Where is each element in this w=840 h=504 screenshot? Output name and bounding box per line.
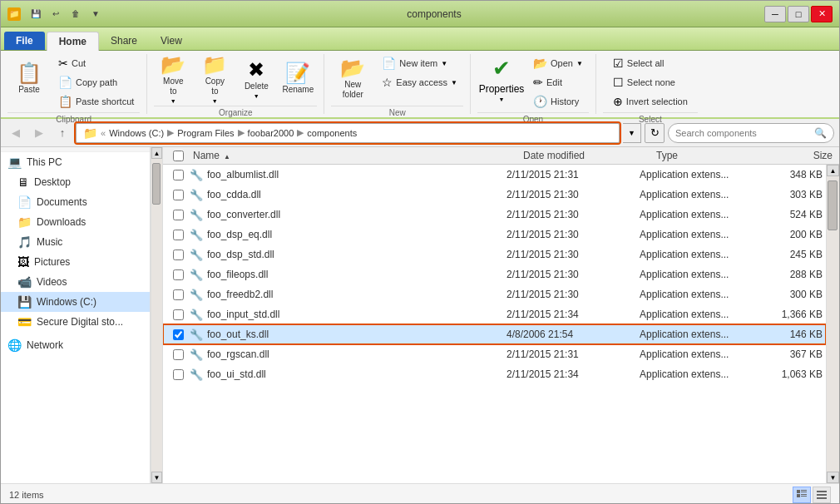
search-input[interactable] xyxy=(675,128,811,138)
file-checkbox[interactable] xyxy=(173,269,184,280)
file-checkbox[interactable] xyxy=(173,349,184,360)
cut-icon: ✂ xyxy=(58,57,68,70)
edit-button[interactable]: ✏ Edit xyxy=(527,73,589,91)
row-checkbox[interactable] xyxy=(166,210,190,220)
file-scroll-thumb[interactable] xyxy=(828,180,838,230)
row-checkbox[interactable] xyxy=(166,329,190,340)
table-row[interactable]: 🔧 foo_albumlist.dll 2/11/2015 21:31 Appl… xyxy=(163,165,826,185)
new-folder-button[interactable]: 📂 Newfolder xyxy=(331,54,374,104)
file-checkbox[interactable] xyxy=(173,309,184,320)
row-checkbox[interactable] xyxy=(166,349,190,360)
paste-shortcut-button[interactable]: 📋 Paste shortcut xyxy=(52,92,140,111)
file-checkbox[interactable] xyxy=(173,369,184,380)
table-row[interactable]: 🔧 foo_dsp_std.dll 2/11/2015 21:30 Applic… xyxy=(163,245,826,264)
up-button[interactable]: ↑ xyxy=(52,123,72,143)
minimize-button[interactable]: ─ xyxy=(764,6,786,22)
sidebar-scroll-down[interactable]: ▼ xyxy=(151,472,162,483)
file-scroll-down-btn[interactable]: ▼ xyxy=(827,472,839,483)
select-all-checkbox[interactable] xyxy=(173,151,184,161)
view-list-button[interactable] xyxy=(813,487,831,503)
file-checkbox[interactable] xyxy=(173,170,184,180)
back-button[interactable]: ◀ xyxy=(6,123,26,143)
cut-button[interactable]: ✂ Cut xyxy=(52,54,140,72)
search-box[interactable]: 🔍 xyxy=(668,123,834,143)
close-button[interactable]: ✕ xyxy=(811,6,833,22)
file-checkbox[interactable] xyxy=(173,289,184,300)
table-row[interactable]: 🔧 foo_ui_std.dll 2/11/2015 21:34 Applica… xyxy=(163,364,826,384)
qa-dropdown-btn[interactable]: ▼ xyxy=(87,7,104,22)
row-checkbox[interactable] xyxy=(166,369,190,380)
view-details-button[interactable] xyxy=(793,487,811,503)
header-type[interactable]: Type xyxy=(653,150,769,161)
qa-redo-btn[interactable]: 🗑 xyxy=(67,7,84,22)
header-date[interactable]: Date modified xyxy=(520,150,653,161)
easy-access-button[interactable]: ☆ Easy access ▼ xyxy=(376,73,463,91)
maximize-button[interactable]: □ xyxy=(788,6,809,22)
sidebar-item-this-pc[interactable]: 💻 This PC xyxy=(1,152,150,172)
path-part-2[interactable]: Program Files xyxy=(177,128,234,138)
file-scroll-up-btn[interactable]: ▲ xyxy=(827,165,839,176)
copy-path-button[interactable]: 📄 Copy path xyxy=(52,73,140,91)
properties-button[interactable]: ✔ Properties ▼ xyxy=(477,54,526,104)
path-part-1[interactable]: Windows (C:) xyxy=(109,128,164,138)
file-checkbox[interactable] xyxy=(173,329,184,340)
table-row[interactable]: 🔧 foo_cdda.dll 2/11/2015 21:30 Applicati… xyxy=(163,185,826,205)
file-checkbox[interactable] xyxy=(173,250,184,260)
sidebar-scroll-up[interactable]: ▲ xyxy=(151,147,162,159)
file-checkbox[interactable] xyxy=(173,210,184,220)
table-row[interactable]: 🔧 foo_out_ks.dll 4/8/2006 21:54 Applicat… xyxy=(163,324,826,344)
qa-undo-btn[interactable]: ↩ xyxy=(47,7,64,22)
table-row[interactable]: 🔧 foo_freedb2.dll 2/11/2015 21:30 Applic… xyxy=(163,284,826,304)
refresh-button[interactable]: ↻ xyxy=(645,123,665,143)
sidebar-item-music[interactable]: 🎵 Music xyxy=(1,232,150,252)
row-checkbox[interactable] xyxy=(166,250,190,260)
sidebar-item-windows-c[interactable]: 💾 Windows (C:) xyxy=(1,292,150,312)
address-path[interactable]: 📁 « Windows (C:) ▶ Program Files ▶ fooba… xyxy=(76,123,620,143)
table-row[interactable]: 🔧 foo_input_std.dll 2/11/2015 21:34 Appl… xyxy=(163,304,826,324)
table-row[interactable]: 🔧 foo_fileops.dll 2/11/2015 21:30 Applic… xyxy=(163,264,826,284)
path-part-3[interactable]: foobar2000 xyxy=(248,128,294,138)
invert-selection-button[interactable]: ⊕ Invert selection xyxy=(607,92,694,111)
row-checkbox[interactable] xyxy=(166,289,190,300)
path-part-4[interactable]: components xyxy=(307,128,357,138)
row-checkbox[interactable] xyxy=(166,190,190,200)
open-button[interactable]: 📂 Open ▼ xyxy=(527,54,589,72)
tab-home[interactable]: Home xyxy=(47,32,99,51)
row-checkbox[interactable] xyxy=(166,170,190,180)
tab-file[interactable]: File xyxy=(4,32,45,50)
file-checkbox[interactable] xyxy=(173,190,184,200)
row-checkbox[interactable] xyxy=(166,309,190,320)
header-name[interactable]: Name ▲ xyxy=(190,150,520,161)
header-size[interactable]: Size xyxy=(769,150,836,161)
move-to-button[interactable]: 📂 Moveto ▼ xyxy=(154,54,192,104)
header-checkbox[interactable] xyxy=(166,151,190,161)
sidebar-item-secure-digital[interactable]: 💳 Secure Digital sto... xyxy=(1,312,150,332)
sidebar-scroll-thumb[interactable] xyxy=(152,163,161,205)
select-none-button[interactable]: ☐ Select none xyxy=(607,73,694,91)
sidebar-item-documents[interactable]: 📄 Documents xyxy=(1,192,150,212)
rename-button[interactable]: 📝 Rename xyxy=(279,54,317,104)
delete-button[interactable]: ✖ Delete ▼ xyxy=(237,54,275,104)
rename-label: Rename xyxy=(282,85,314,95)
table-row[interactable]: 🔧 foo_rgscan.dll 2/11/2015 21:31 Applica… xyxy=(163,344,826,364)
row-checkbox[interactable] xyxy=(166,269,190,280)
history-button[interactable]: 🕐 History xyxy=(527,92,589,111)
sidebar-item-pictures[interactable]: 🖼 Pictures xyxy=(1,252,150,272)
qa-save-btn[interactable]: 💾 xyxy=(27,7,44,22)
tab-view[interactable]: View xyxy=(149,32,194,50)
tab-share[interactable]: Share xyxy=(99,32,149,50)
sidebar-item-desktop[interactable]: 🖥 Desktop xyxy=(1,172,150,192)
table-row[interactable]: 🔧 foo_dsp_eq.dll 2/11/2015 21:30 Applica… xyxy=(163,225,826,245)
new-item-button[interactable]: 📄 New item ▼ xyxy=(376,54,463,72)
paste-button[interactable]: 📋 Paste xyxy=(7,54,51,104)
sidebar-item-downloads[interactable]: 📁 Downloads xyxy=(1,212,150,232)
row-checkbox[interactable] xyxy=(166,230,190,240)
file-checkbox[interactable] xyxy=(173,230,184,240)
sidebar-item-network[interactable]: 🌐 Network xyxy=(1,335,150,355)
table-row[interactable]: 🔧 foo_converter.dll 2/11/2015 21:30 Appl… xyxy=(163,205,826,225)
sidebar-item-videos[interactable]: 📹 Videos xyxy=(1,272,150,292)
forward-button[interactable]: ▶ xyxy=(29,123,49,143)
address-dropdown-button[interactable]: ▼ xyxy=(623,123,641,143)
copy-to-button[interactable]: 📁 Copyto ▼ xyxy=(195,54,234,104)
select-all-button[interactable]: ☑ Select all xyxy=(607,54,694,72)
